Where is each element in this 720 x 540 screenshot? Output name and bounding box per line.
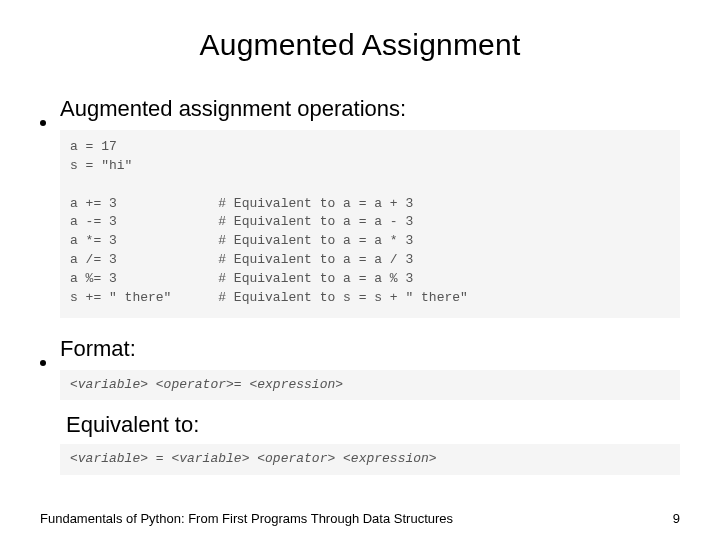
page-number: 9 xyxy=(673,511,680,526)
equivalent-to-label: Equivalent to: xyxy=(66,412,680,438)
bullet-dot-icon xyxy=(40,360,46,366)
slide-title: Augmented Assignment xyxy=(40,28,680,62)
code-example-block: a = 17 s = "hi" a += 3 # Equivalent to a… xyxy=(60,130,680,318)
bullet-text-format: Format: xyxy=(60,336,136,362)
slide-container: Augmented Assignment Augmented assignmen… xyxy=(0,0,720,540)
bullet-item-format: Format: xyxy=(40,336,680,362)
equivalent-syntax-block: <variable> = <variable> <operator> <expr… xyxy=(60,444,680,475)
bullet-dot-icon xyxy=(40,120,46,126)
format-syntax-block: <variable> <operator>= <expression> xyxy=(60,370,680,401)
footer-source-text: Fundamentals of Python: From First Progr… xyxy=(40,511,453,526)
slide-footer: Fundamentals of Python: From First Progr… xyxy=(40,511,680,526)
bullet-item-operations: Augmented assignment operations: xyxy=(40,96,680,122)
bullet-text-operations: Augmented assignment operations: xyxy=(60,96,406,122)
